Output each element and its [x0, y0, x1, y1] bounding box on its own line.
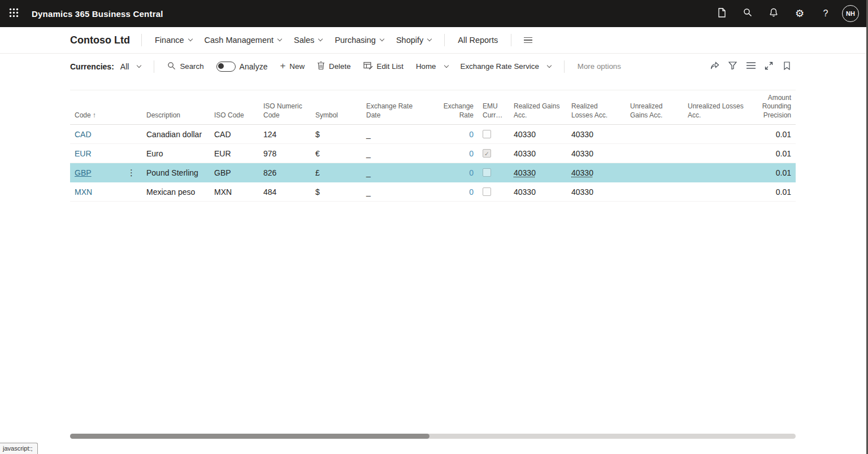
cell-realized_gains_acc[interactable]: 40330: [509, 163, 567, 182]
cell-emu_currency[interactable]: [478, 163, 509, 182]
share-button[interactable]: [707, 58, 722, 75]
cell-unrealized_gains_acc[interactable]: [626, 182, 683, 201]
exchange-rate-service-menu-button[interactable]: Exchange Rate Service: [454, 62, 557, 71]
filter-button[interactable]: [725, 58, 740, 75]
cell-exchange_rate[interactable]: 0: [430, 182, 478, 201]
cell-code[interactable]: EUR: [70, 144, 142, 163]
cell-unrealized_losses_acc[interactable]: [683, 125, 754, 143]
cell-emu_currency[interactable]: [478, 182, 509, 201]
cell-unrealized_losses_acc[interactable]: [683, 144, 754, 163]
cell-exchange_rate[interactable]: 0: [430, 144, 478, 163]
column-header-amount_rounding_precision[interactable]: Amount Rounding Precision: [754, 90, 796, 124]
cell-amount_rounding_precision[interactable]: 0.01: [754, 163, 796, 182]
row-options-button[interactable]: ⋮: [125, 168, 137, 177]
more-navigation-button[interactable]: [518, 34, 538, 47]
search-list-button[interactable]: Search: [161, 62, 210, 72]
bookmark-button[interactable]: [779, 58, 795, 75]
cell-exchange_rate[interactable]: 0: [430, 125, 478, 143]
help-button[interactable]: ?: [813, 0, 839, 27]
emu-currency-checkbox[interactable]: [483, 187, 491, 196]
cell-code[interactable]: MXN: [70, 182, 142, 201]
column-header-description[interactable]: Description: [142, 90, 210, 124]
column-header-code[interactable]: Code↑: [70, 90, 142, 124]
nav-menu-cash-management[interactable]: Cash Management: [198, 36, 288, 45]
edit-list-button[interactable]: Edit List: [357, 62, 410, 72]
cell-description[interactable]: Canadian dollar: [142, 125, 210, 143]
global-search-button[interactable]: [735, 0, 761, 27]
release-notes-button[interactable]: [709, 0, 735, 27]
cell-iso_numeric_code[interactable]: 124: [259, 125, 311, 143]
column-header-unrealized_losses_acc[interactable]: Unrealized Losses Acc.: [683, 90, 754, 124]
cell-description[interactable]: Euro: [142, 144, 210, 163]
delete-button[interactable]: Delete: [311, 61, 357, 72]
cell-iso_code[interactable]: GBP: [210, 163, 259, 182]
cell-emu_currency[interactable]: [478, 125, 509, 143]
nav-menu-sales[interactable]: Sales: [288, 36, 328, 45]
table-row-eur[interactable]: EUREuroEUR978€_0✓40330403300.01: [70, 144, 796, 163]
table-row-mxn[interactable]: MXNMexican pesoMXN484$_040330403300.01: [70, 182, 796, 202]
analyze-toggle[interactable]: [216, 62, 236, 72]
notifications-button[interactable]: [761, 0, 787, 27]
column-header-realized_gains_acc[interactable]: Realized Gains Acc.: [509, 90, 567, 124]
cell-exchange_rate_date[interactable]: _: [362, 125, 430, 143]
cell-emu_currency[interactable]: ✓: [478, 144, 509, 163]
column-header-emu_currency[interactable]: EMU Curr…: [478, 90, 509, 124]
nav-menu-purchasing[interactable]: Purchasing: [328, 36, 390, 45]
table-row-cad[interactable]: CADCanadian dollarCAD124$_040330403300.0…: [70, 125, 796, 144]
table-row-gbp[interactable]: GBP⋮Pound SterlingGBP826£_040330403300.0…: [70, 163, 796, 182]
cell-description[interactable]: Mexican peso: [142, 182, 210, 201]
column-header-exchange_rate_date[interactable]: Exchange Rate Date: [362, 90, 430, 124]
cell-code[interactable]: CAD: [70, 125, 142, 143]
cell-symbol[interactable]: £: [311, 163, 362, 182]
cell-unrealized_losses_acc[interactable]: [683, 182, 754, 201]
cell-description[interactable]: Pound Sterling: [142, 163, 210, 182]
cell-realized_gains_acc[interactable]: 40330: [509, 144, 567, 163]
nav-all-reports[interactable]: All Reports: [452, 36, 504, 45]
horizontal-scrollbar[interactable]: [70, 434, 796, 439]
cell-exchange_rate[interactable]: 0: [430, 163, 478, 182]
column-header-unrealized_gains_acc[interactable]: Unrealized Gains Acc.: [626, 90, 683, 124]
column-header-iso_code[interactable]: ISO Code: [210, 90, 259, 124]
cell-unrealized_losses_acc[interactable]: [683, 163, 754, 182]
cell-exchange_rate_date[interactable]: _: [362, 144, 430, 163]
cell-iso_code[interactable]: MXN: [210, 182, 259, 201]
emu-currency-checkbox[interactable]: ✓: [483, 149, 491, 158]
view-filter-dropdown[interactable]: All: [114, 62, 147, 71]
cell-symbol[interactable]: $: [311, 125, 362, 143]
cell-symbol[interactable]: €: [311, 144, 362, 163]
nav-menu-finance[interactable]: Finance: [149, 36, 198, 45]
cell-amount_rounding_precision[interactable]: 0.01: [754, 182, 796, 201]
cell-amount_rounding_precision[interactable]: 0.01: [754, 125, 796, 143]
cell-unrealized_gains_acc[interactable]: [626, 163, 683, 182]
app-launcher-button[interactable]: [0, 0, 27, 27]
cell-unrealized_gains_acc[interactable]: [626, 144, 683, 163]
cell-realized_losses_acc[interactable]: 40330: [567, 125, 626, 143]
new-button[interactable]: + New: [274, 62, 311, 71]
company-name[interactable]: Contoso Ltd: [70, 34, 130, 46]
cell-exchange_rate_date[interactable]: _: [362, 182, 430, 201]
cell-realized_losses_acc[interactable]: 40330: [567, 182, 626, 201]
cell-realized_losses_acc[interactable]: 40330: [567, 163, 626, 182]
avatar[interactable]: NH: [842, 5, 859, 22]
emu-currency-checkbox[interactable]: [483, 130, 491, 138]
nav-menu-shopify[interactable]: Shopify: [390, 36, 437, 45]
home-menu-button[interactable]: Home: [410, 62, 454, 71]
cell-realized_gains_acc[interactable]: 40330: [509, 125, 567, 143]
cell-iso_code[interactable]: CAD: [210, 125, 259, 143]
view-options-button[interactable]: [743, 58, 758, 75]
column-header-realized_losses_acc[interactable]: Realized Losses Acc.: [567, 90, 626, 124]
column-header-exchange_rate[interactable]: Exchange Rate: [430, 90, 478, 124]
cell-iso_numeric_code[interactable]: 826: [259, 163, 311, 182]
emu-currency-checkbox[interactable]: [483, 168, 491, 177]
cell-realized_gains_acc[interactable]: 40330: [509, 182, 567, 201]
cell-iso_numeric_code[interactable]: 978: [259, 144, 311, 163]
cell-amount_rounding_precision[interactable]: 0.01: [754, 144, 796, 163]
expand-button[interactable]: [761, 58, 776, 75]
cell-unrealized_gains_acc[interactable]: [626, 125, 683, 143]
settings-button[interactable]: ⚙: [787, 0, 813, 27]
scrollbar-thumb[interactable]: [70, 434, 429, 439]
column-header-symbol[interactable]: Symbol: [311, 90, 362, 124]
cell-exchange_rate_date[interactable]: _: [362, 163, 430, 182]
more-options-button[interactable]: More options: [571, 62, 627, 71]
cell-symbol[interactable]: $: [311, 182, 362, 201]
